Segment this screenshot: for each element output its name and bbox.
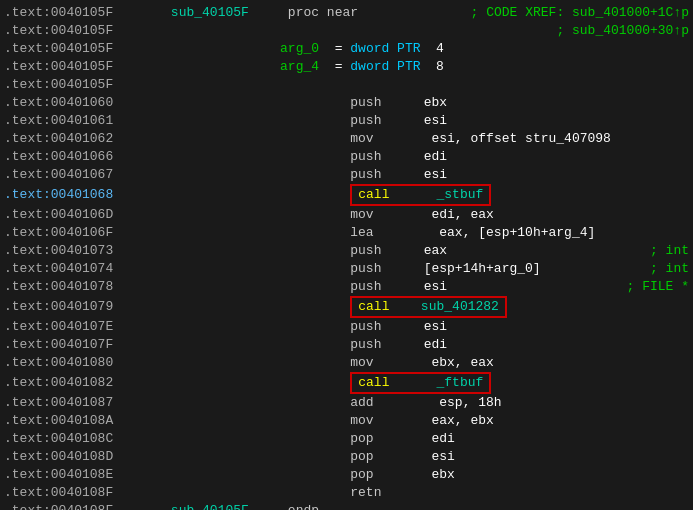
table-row: .text:00401082 call _ftbuf [0, 372, 693, 394]
table-row: .text:0040108E pop ebx [0, 466, 693, 484]
address: :00401080 [43, 354, 163, 372]
address: :0040106D [43, 206, 163, 224]
address: :0040108F [43, 484, 163, 502]
mnemonic: pop [350, 466, 400, 484]
comment: ; CODE XREF: sub_401000+1C↑p [471, 4, 689, 22]
table-row: .text:00401080 mov ebx, eax [0, 354, 693, 372]
address: :0040105F [43, 76, 163, 94]
table-row: .text:00401066 push edi [0, 148, 693, 166]
table-row: .text:0040105F sub_40105F proc near ; CO… [0, 4, 693, 22]
address: :00401062 [43, 130, 163, 148]
table-row: .text:0040108C pop edi [0, 430, 693, 448]
operand: [esp+14h+arg_0] [424, 260, 541, 278]
mnemonic: retn [350, 484, 381, 502]
call-target: _ftbuf [397, 374, 483, 392]
section-prefix: .text [4, 430, 43, 448]
table-row: .text:00401068 call _stbuf [0, 184, 693, 206]
section-prefix: .text [4, 148, 43, 166]
table-row: .text:0040107F push edi [0, 336, 693, 354]
table-row: .text:00401087 add esp, 18h [0, 394, 693, 412]
table-row: .text:00401073 push eax ; int [0, 242, 693, 260]
call-box-ftbuf: call _ftbuf [350, 372, 491, 394]
address: :00401074 [43, 260, 163, 278]
mnemonic: push [350, 336, 400, 354]
address: :0040107E [43, 318, 163, 336]
address: :0040105F [43, 22, 163, 40]
table-row: .text:00401061 push esi [0, 112, 693, 130]
address: :0040105F [43, 40, 163, 58]
operand: edi [424, 336, 447, 354]
section-prefix: .text [4, 502, 43, 510]
table-row: .text:0040108F sub_40105F endp [0, 502, 693, 510]
table-row: .text:0040108D pop esi [0, 448, 693, 466]
operand: ebx [431, 466, 454, 484]
mnemonic: push [350, 318, 400, 336]
arg-label: arg_4 [280, 58, 319, 76]
section-prefix: .text [4, 260, 43, 278]
operand: esi [431, 448, 454, 466]
section-prefix: .text [4, 412, 43, 430]
table-row: .text:00401078 push esi ; FILE * [0, 278, 693, 296]
operand: edi, eax [431, 206, 493, 224]
func-label: sub_40105F [171, 4, 249, 22]
operand: eax [424, 242, 447, 260]
operand: esp, 18h [439, 394, 501, 412]
comment: ; sub_401000+30↑p [556, 22, 689, 40]
operand: esi [424, 318, 447, 336]
disassembly-view: .text:0040105F sub_40105F proc near ; CO… [0, 0, 693, 510]
table-row: .text:00401062 mov esi, offset stru_4070… [0, 130, 693, 148]
section-prefix: .text [4, 76, 43, 94]
section-prefix: .text [4, 374, 43, 392]
value: 8 [421, 58, 444, 76]
section-prefix: .text [4, 298, 43, 316]
address: :00401068 [43, 186, 163, 204]
section-prefix: .text [4, 484, 43, 502]
table-row: .text:0040108F retn [0, 484, 693, 502]
section-prefix: .text [4, 242, 43, 260]
mnemonic: push [350, 242, 400, 260]
comment: ; int [650, 242, 689, 260]
mnemonic: pop [350, 448, 400, 466]
call-target: _stbuf [397, 186, 483, 204]
value: 4 [421, 40, 444, 58]
section-prefix: .text [4, 4, 43, 22]
address: :0040105F [43, 58, 163, 76]
mnemonic: mov [350, 354, 400, 372]
mnemonic: push [350, 278, 400, 296]
mnemonic-call: call [358, 298, 389, 316]
operand: ebx [424, 94, 447, 112]
table-row: .text:0040106F lea eax, [esp+10h+arg_4] [0, 224, 693, 242]
mnemonic: mov [350, 206, 400, 224]
section-prefix: .text [4, 318, 43, 336]
section-prefix: .text [4, 40, 43, 58]
endp-keyword: endp [288, 502, 319, 510]
address: :00401078 [43, 278, 163, 296]
section-prefix: .text [4, 186, 43, 204]
section-prefix: .text [4, 166, 43, 184]
mnemonic: push [350, 94, 400, 112]
mnemonic: mov [350, 412, 400, 430]
mnemonic: add [350, 394, 400, 412]
section-prefix: .text [4, 58, 43, 76]
table-row: .text:0040106D mov edi, eax [0, 206, 693, 224]
section-prefix: .text [4, 206, 43, 224]
operand: esi [424, 278, 447, 296]
operand: ebx, eax [431, 354, 493, 372]
section-prefix: .text [4, 354, 43, 372]
call-box-sub401282: call sub_401282 [350, 296, 507, 318]
address: :0040108C [43, 430, 163, 448]
call-target: sub_401282 [397, 298, 498, 316]
mnemonic: push [350, 166, 400, 184]
func-label-end: sub_40105F [171, 502, 249, 510]
table-row: .text:00401079 call sub_401282 [0, 296, 693, 318]
operand: eax, [esp+10h+arg_4] [439, 224, 595, 242]
mnemonic: pop [350, 430, 400, 448]
section-prefix: .text [4, 336, 43, 354]
table-row: .text:00401060 push ebx [0, 94, 693, 112]
comment: ; int [650, 260, 689, 278]
section-prefix: .text [4, 278, 43, 296]
section-prefix: .text [4, 466, 43, 484]
keyword: dword PTR [350, 40, 420, 58]
mnemonic-call: call [358, 374, 389, 392]
operand: edi [424, 148, 447, 166]
